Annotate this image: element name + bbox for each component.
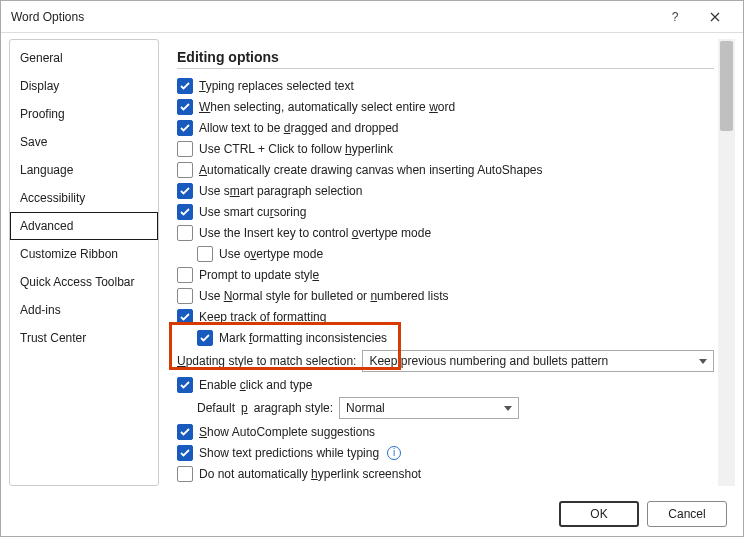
- select-updating-style-value: Keep previous numbering and bullets patt…: [369, 354, 608, 368]
- word-options-dialog: Word Options ? General Display Proofing …: [0, 0, 744, 537]
- label-drag-drop: Allow text to be dragged and dropped: [199, 121, 399, 135]
- label-smart-cursoring: Use smart cursoring: [199, 205, 306, 219]
- label-ctrl-click: Use CTRL + Click to follow hyperlink: [199, 142, 393, 156]
- select-default-paragraph-style-value: Normal: [346, 401, 385, 415]
- sidebar-item-accessibility[interactable]: Accessibility: [10, 184, 158, 212]
- close-icon: [710, 12, 720, 22]
- sidebar-item-customize-ribbon[interactable]: Customize Ribbon: [10, 240, 158, 268]
- checkbox-track-formatting[interactable]: [177, 309, 193, 325]
- select-default-paragraph-style[interactable]: Normal: [339, 397, 519, 419]
- scrollbar-thumb[interactable]: [720, 41, 733, 131]
- chevron-down-icon: [504, 406, 512, 411]
- window-title: Word Options: [11, 10, 655, 24]
- section-title: Editing options: [177, 49, 714, 69]
- label-select-word: When selecting, automatically select ent…: [199, 100, 455, 114]
- info-icon[interactable]: i: [387, 446, 401, 460]
- checkbox-auto-canvas[interactable]: [177, 162, 193, 178]
- label-click-type: Enable click and type: [199, 378, 312, 392]
- checkbox-no-hyperlink-screenshot[interactable]: [177, 466, 193, 482]
- label-updating-style: Updating style to match selection:: [177, 354, 356, 368]
- checkbox-ctrl-click[interactable]: [177, 141, 193, 157]
- scrollbar-vertical[interactable]: [718, 39, 735, 486]
- checkbox-normal-bullets[interactable]: [177, 288, 193, 304]
- dialog-footer: OK Cancel: [1, 492, 743, 536]
- checkbox-smart-cursoring[interactable]: [177, 204, 193, 220]
- options-panel: Editing options Typing replaces selected…: [167, 39, 718, 486]
- sidebar-item-quick-access-toolbar[interactable]: Quick Access Toolbar: [10, 268, 158, 296]
- checkbox-typing-replaces[interactable]: [177, 78, 193, 94]
- label-mark-inconsistencies: Mark formatting inconsistencies: [219, 331, 387, 345]
- ok-button[interactable]: OK: [559, 501, 639, 527]
- label-insert-key: Use the Insert key to control overtype m…: [199, 226, 431, 240]
- label-default-paragraph-style: Default paragraph style:: [177, 401, 333, 415]
- sidebar-item-display[interactable]: Display: [10, 72, 158, 100]
- sidebar-item-general[interactable]: General: [10, 44, 158, 72]
- checkbox-overtype[interactable]: [197, 246, 213, 262]
- sidebar-item-language[interactable]: Language: [10, 156, 158, 184]
- label-smart-paragraph: Use smart paragraph selection: [199, 184, 362, 198]
- label-normal-bullets: Use Normal style for bulleted or numbere…: [199, 289, 448, 303]
- label-text-predictions: Show text predictions while typing: [199, 446, 379, 460]
- cancel-button[interactable]: Cancel: [647, 501, 727, 527]
- sidebar-item-proofing[interactable]: Proofing: [10, 100, 158, 128]
- checkbox-autocomplete[interactable]: [177, 424, 193, 440]
- label-track-formatting: Keep track of formatting: [199, 310, 326, 324]
- sidebar-item-add-ins[interactable]: Add-ins: [10, 296, 158, 324]
- sidebar-item-trust-center[interactable]: Trust Center: [10, 324, 158, 352]
- sidebar-item-advanced[interactable]: Advanced: [10, 212, 158, 240]
- checkbox-prompt-style[interactable]: [177, 267, 193, 283]
- checkbox-text-predictions[interactable]: [177, 445, 193, 461]
- help-button[interactable]: ?: [655, 3, 695, 31]
- label-typing-replaces: Typing replaces selected text: [199, 79, 354, 93]
- checkbox-select-word[interactable]: [177, 99, 193, 115]
- label-autocomplete: Show AutoComplete suggestions: [199, 425, 375, 439]
- sidebar: General Display Proofing Save Language A…: [9, 39, 159, 486]
- close-button[interactable]: [695, 3, 735, 31]
- checkbox-insert-key[interactable]: [177, 225, 193, 241]
- checkbox-click-type[interactable]: [177, 377, 193, 393]
- select-updating-style[interactable]: Keep previous numbering and bullets patt…: [362, 350, 714, 372]
- label-no-hyperlink-screenshot: Do not automatically hyperlink screensho…: [199, 467, 421, 481]
- label-overtype: Use overtype mode: [219, 247, 323, 261]
- checkbox-smart-paragraph[interactable]: [177, 183, 193, 199]
- label-auto-canvas: Automatically create drawing canvas when…: [199, 163, 543, 177]
- titlebar: Word Options ?: [1, 1, 743, 33]
- checkbox-mark-inconsistencies[interactable]: [197, 330, 213, 346]
- checkbox-drag-drop[interactable]: [177, 120, 193, 136]
- label-prompt-style: Prompt to update style: [199, 268, 319, 282]
- chevron-down-icon: [699, 359, 707, 364]
- sidebar-item-save[interactable]: Save: [10, 128, 158, 156]
